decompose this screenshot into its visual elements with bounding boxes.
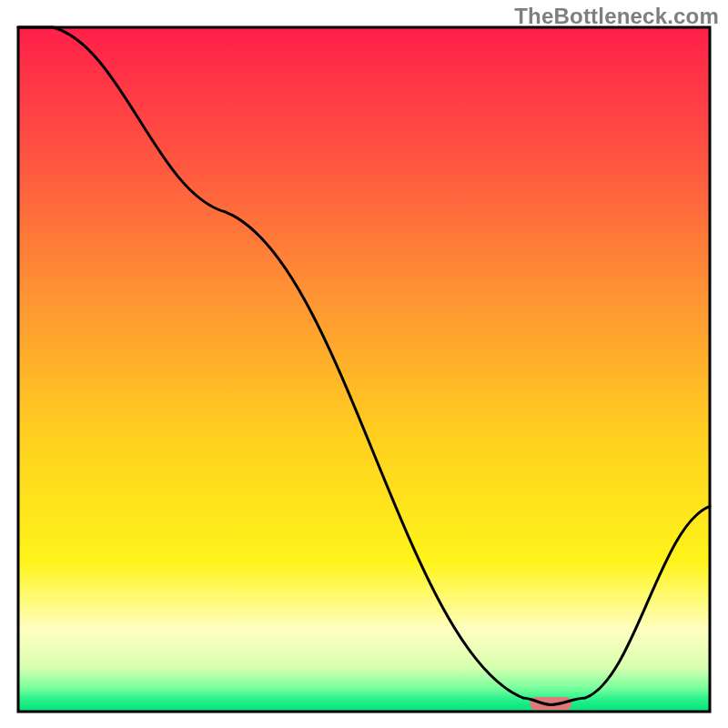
watermark-text: TheBottleneck.com bbox=[514, 4, 719, 29]
bottleneck-chart bbox=[0, 0, 728, 728]
gradient-background bbox=[18, 27, 710, 712]
chart-stage: TheBottleneck.com bbox=[0, 0, 728, 728]
